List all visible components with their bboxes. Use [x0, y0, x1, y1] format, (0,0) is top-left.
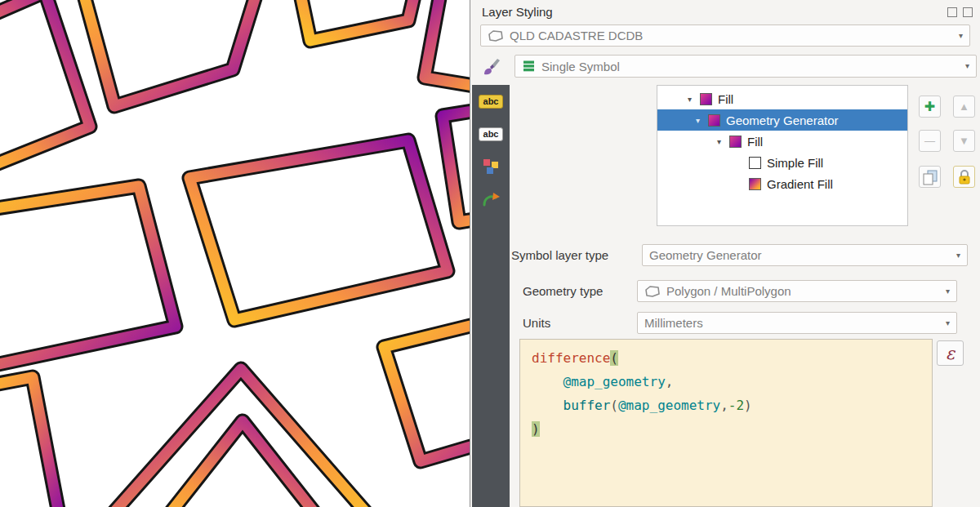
symbol-layer-type-label: Symbol layer type — [511, 248, 608, 262]
geometry-type-label: Geometry type — [523, 284, 603, 298]
lock-icon — [956, 169, 973, 185]
units-combo[interactable]: Millimeters ▾ — [637, 312, 957, 334]
units-label: Units — [523, 316, 550, 330]
polygon-geometry-icon — [644, 286, 661, 297]
tree-row-geometry-generator[interactable]: ▾ Geometry Generator — [657, 109, 907, 131]
symbol-layer-type-value: Geometry Generator — [649, 248, 762, 262]
layer-selector-value: QLD CADASTRE DCDB — [510, 29, 643, 42]
minus-icon: — — [924, 135, 935, 147]
paintbrush-icon — [481, 57, 501, 77]
move-up-button[interactable]: ▲ — [953, 96, 975, 118]
tab-diagrams[interactable] — [472, 150, 510, 183]
chevron-down-icon: ▾ — [956, 251, 960, 260]
move-down-button[interactable]: ▼ — [953, 130, 975, 152]
expand-arrow-icon[interactable]: ▾ — [685, 95, 694, 104]
expression-builder-button[interactable]: ε — [937, 340, 964, 366]
expand-arrow-icon[interactable]: ▾ — [715, 137, 724, 146]
expand-arrow-icon[interactable]: ▾ — [693, 116, 702, 125]
dock-close-icon[interactable] — [963, 7, 973, 17]
tab-labels[interactable]: abc — [472, 85, 510, 118]
gradient-fill-swatch — [749, 178, 761, 190]
tree-row-label: Fill — [747, 135, 763, 149]
dock-float-icon[interactable] — [947, 7, 957, 17]
geometry-type-value: Polygon / MultiPolygon — [666, 284, 791, 298]
labels-abc-icon: abc — [479, 95, 503, 109]
layer-styling-panel: Layer Styling QLD CADASTRE DCDB ▾ Single… — [470, 0, 980, 507]
duplicate-icon — [922, 169, 938, 185]
down-arrow-icon: ▼ — [959, 135, 969, 147]
chevron-down-icon: ▾ — [946, 287, 950, 296]
callouts-abc-icon: abc — [479, 127, 503, 141]
plus-icon: ✚ — [924, 99, 935, 114]
layer-selector-combo[interactable]: QLD CADASTRE DCDB ▾ — [480, 24, 970, 47]
fill-swatch — [700, 93, 712, 105]
tab-callouts[interactable]: abc — [472, 118, 510, 150]
renderer-selector-combo[interactable]: Single Symbol ▾ — [514, 55, 977, 78]
tree-row-label: Geometry Generator — [726, 113, 839, 127]
tree-row-fill-inner[interactable]: ▾ Fill — [657, 131, 907, 152]
simple-fill-swatch — [749, 157, 761, 169]
chevron-down-icon: ▾ — [965, 62, 969, 70]
tab-history[interactable] — [472, 183, 510, 216]
units-value: Millimeters — [644, 316, 703, 330]
add-symbol-layer-button[interactable]: ✚ — [919, 96, 941, 118]
symbol-tree: ▾ Fill ▾ Geometry Generator ▾ Fill Simpl… — [657, 85, 908, 226]
polygon-layer-icon — [488, 30, 504, 42]
fill-swatch — [729, 136, 742, 148]
tree-row-label: Gradient Fill — [767, 177, 833, 191]
symbol-layer-type-combo[interactable]: Geometry Generator ▾ — [642, 244, 968, 266]
qgis-window: Layer Styling QLD CADASTRE DCDB ▾ Single… — [0, 0, 980, 507]
duplicate-symbol-layer-button[interactable] — [919, 166, 941, 188]
tab-symbology[interactable] — [472, 49, 510, 85]
remove-symbol-layer-button[interactable]: — — [919, 130, 941, 152]
geometry-type-combo[interactable]: Polygon / MultiPolygon ▾ — [637, 280, 957, 302]
tree-row-simple-fill[interactable]: Simple Fill — [657, 152, 907, 173]
tree-row-fill[interactable]: ▾ Fill — [657, 88, 907, 109]
tree-row-gradient-fill[interactable]: Gradient Fill — [657, 173, 907, 194]
styling-tab-strip: abc abc — [472, 49, 510, 507]
panel-title: Layer Styling — [482, 5, 553, 19]
tree-row-label: Fill — [718, 92, 733, 106]
chevron-down-icon: ▾ — [959, 32, 963, 40]
diagrams-icon — [483, 158, 499, 175]
map-canvas[interactable] — [0, 0, 470, 507]
history-arrow-icon — [481, 191, 501, 207]
renderer-selector-value: Single Symbol — [541, 60, 620, 73]
tree-row-label: Simple Fill — [767, 156, 823, 170]
geometry-generator-swatch — [708, 114, 720, 127]
symbol-layers-icon — [522, 60, 536, 73]
epsilon-icon: ε — [946, 344, 955, 363]
expression-editor[interactable]: difference( @map_geometry, buffer(@map_g… — [519, 339, 933, 507]
up-arrow-icon: ▲ — [959, 100, 969, 113]
lock-color-button[interactable] — [953, 166, 975, 188]
chevron-down-icon: ▾ — [946, 319, 950, 327]
